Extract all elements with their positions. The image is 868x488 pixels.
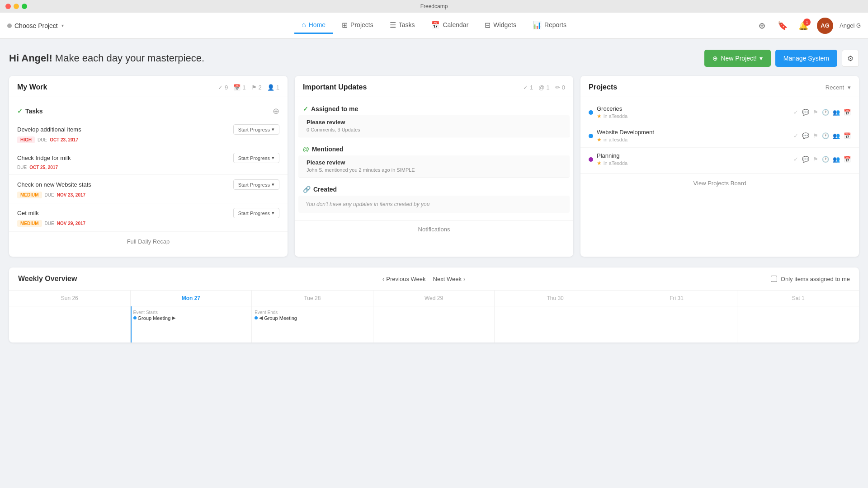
user-icon: 👤	[267, 84, 274, 91]
clock-icon[interactable]: 🕐	[822, 132, 829, 139]
event-item: Event Ends ◀ Group Meeting	[255, 310, 370, 321]
choose-project-dropdown[interactable]: Choose Project ▾	[7, 22, 89, 29]
update-empty-state: You don't have any updates in items crea…	[298, 196, 570, 213]
task-item: Get milk Start Progress ▾ MEDIUM DUE NOV…	[9, 203, 288, 232]
full-recap-link[interactable]: Full Daily Recap	[9, 232, 288, 251]
meta-created: ✏ 0	[555, 84, 565, 91]
nav-tasks[interactable]: ☰ Tasks	[382, 17, 422, 34]
projects-filter[interactable]: Recent ▾	[826, 84, 851, 91]
users-icon[interactable]: 👥	[833, 132, 840, 139]
users-icon[interactable]: 👥	[833, 156, 840, 163]
notifications-link[interactable]: Notifications	[295, 220, 573, 238]
nav-calendar[interactable]: 📅 Calendar	[424, 17, 476, 34]
only-me-checkbox[interactable]	[771, 276, 777, 282]
meta-users-count: 1	[276, 84, 279, 91]
tasks-icon: ☰	[390, 21, 396, 29]
reports-icon: 📊	[533, 21, 542, 29]
at-circle-icon: @	[303, 145, 309, 153]
project-name[interactable]: Groceries	[597, 105, 627, 112]
day-col-thu: Thu 30	[495, 291, 616, 343]
next-week-label: Next Week	[433, 276, 462, 282]
project-left: Website Development ★ in aTesdda	[589, 129, 654, 143]
task-action-icon[interactable]: ✓	[793, 156, 798, 163]
priority-tag: MEDIUM	[17, 220, 42, 227]
clock-icon[interactable]: 🕐	[822, 156, 829, 163]
comment-icon[interactable]: 💬	[802, 109, 809, 116]
day-col-sun: Sun 26	[9, 291, 131, 343]
chevron-left-icon: ‹	[382, 276, 384, 282]
mentioned-title: @ Mentioned	[295, 141, 573, 155]
weekly-nav: ‹ Previous Week Next Week ›	[382, 276, 465, 282]
start-progress-button[interactable]: Start Progress ▾	[233, 153, 279, 163]
project-actions: ✓ 💬 ⚑ 🕐 👥 📅	[793, 109, 851, 116]
my-work-header: My Work ✓ 9 📅 1 ⚑ 2 👤	[9, 76, 288, 97]
nav-projects-label: Projects	[350, 21, 373, 28]
project-info: Groceries ★ in aTesdda	[597, 105, 627, 119]
manage-system-button[interactable]: Manage System	[775, 50, 837, 67]
plus-icon: ⊕	[712, 55, 718, 62]
priority-tag: HIGH	[17, 136, 35, 143]
view-projects-link[interactable]: View Projects Board	[580, 173, 859, 193]
project-name[interactable]: Planning	[597, 152, 627, 159]
due-date: NOV 29, 2017	[57, 221, 85, 226]
due-date: OCT 25, 2017	[29, 165, 58, 170]
calendar-icon[interactable]: 📅	[844, 156, 851, 163]
prev-week-label: Previous Week	[386, 276, 425, 282]
settings-button[interactable]: ⚙	[842, 50, 859, 67]
chevron-down-icon: ▾	[61, 23, 64, 28]
nav-projects[interactable]: ⊞ Projects	[335, 17, 381, 34]
calendar-icon: 📅	[431, 21, 440, 29]
task-top: Check on new Website stats Start Progres…	[17, 179, 279, 190]
nav-widgets[interactable]: ⊟ Widgets	[477, 17, 524, 34]
calendar-icon[interactable]: 📅	[844, 109, 851, 116]
task-action-icon[interactable]: ✓	[793, 132, 798, 139]
users-icon[interactable]: 👥	[833, 109, 840, 116]
widgets-icon: ⊟	[485, 21, 491, 29]
new-project-button[interactable]: ⊕ New Project! ▾	[704, 50, 770, 67]
notification-button[interactable]: 🔔 1	[796, 19, 811, 33]
start-progress-button[interactable]: Start Progress ▾	[233, 124, 279, 135]
cards-row: My Work ✓ 9 📅 1 ⚑ 2 👤	[9, 76, 859, 257]
task-name: Develop additional items	[17, 126, 81, 133]
minimize-button[interactable]	[14, 4, 19, 9]
chevron-down-icon: ▾	[848, 84, 851, 91]
meta-flags-count: 2	[259, 84, 262, 91]
project-dot	[589, 134, 593, 138]
next-week-button[interactable]: Next Week ›	[433, 276, 466, 282]
prev-week-button[interactable]: ‹ Previous Week	[382, 276, 426, 282]
flag-icon[interactable]: ⚑	[813, 156, 818, 163]
add-button[interactable]: ⊕	[755, 19, 769, 33]
maximize-button[interactable]	[22, 4, 27, 9]
day-col-mon: Mon 27 Event Starts Group Meeting ▶	[131, 291, 252, 343]
title-bar: Freedcamp	[0, 0, 868, 13]
due-label: DUE	[17, 165, 27, 170]
task-action-icon[interactable]: ✓	[793, 109, 798, 116]
mentioned-section: @ Mentioned Please review John S. mentio…	[295, 141, 573, 178]
comment-icon[interactable]: 💬	[802, 132, 809, 139]
clock-icon[interactable]: 🕐	[822, 109, 829, 116]
flag-icon[interactable]: ⚑	[813, 132, 818, 139]
user-name[interactable]: Angel G	[840, 22, 861, 29]
close-button[interactable]	[5, 4, 11, 9]
nav-home[interactable]: ⌂ Home	[294, 17, 333, 34]
calendar-icon[interactable]: 📅	[844, 132, 851, 139]
event-dot	[255, 316, 258, 319]
day-col-tue: Tue 28 Event Ends ◀ Group Meeting	[252, 291, 373, 343]
project-item: Planning ★ in aTesdda ✓ 💬 ⚑ 🕐 👥	[580, 148, 859, 171]
start-progress-button[interactable]: Start Progress ▾	[233, 208, 279, 218]
start-progress-button[interactable]: Start Progress ▾	[233, 179, 279, 190]
nav-reports[interactable]: 📊 Reports	[525, 17, 574, 34]
add-task-icon[interactable]: ⊕	[273, 106, 279, 116]
meta-flags: ⚑ 2	[251, 84, 262, 91]
flag-icon[interactable]: ⚑	[813, 109, 818, 116]
only-me-control: Only items assigned to me	[771, 276, 850, 282]
task-item: Develop additional items Start Progress …	[9, 120, 288, 148]
comment-icon[interactable]: 💬	[802, 156, 809, 163]
project-name[interactable]: Website Development	[597, 129, 654, 136]
avatar[interactable]: AG	[817, 18, 833, 34]
day-header: Sat 1	[737, 291, 859, 306]
bookmark-button[interactable]: 🔖	[775, 19, 790, 33]
day-header: Tue 28	[252, 291, 373, 306]
event-item: Event Starts Group Meeting ▶	[133, 310, 249, 321]
day-header: Wed 29	[373, 291, 495, 306]
